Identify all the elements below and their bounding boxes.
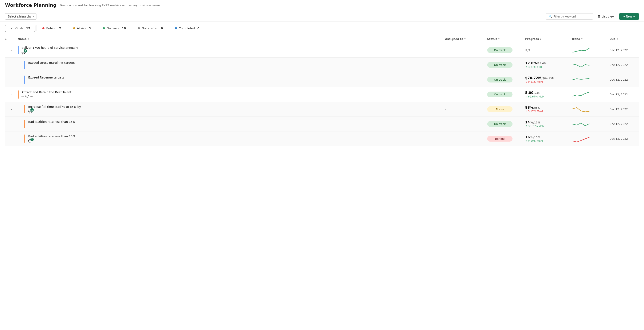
new-button[interactable]: + New ▾: [619, 13, 639, 20]
row1-name-col: deliver 1700 hours of service annually 💬…: [18, 46, 445, 54]
row7-comment-count: 2: [30, 138, 34, 141]
row5-expand-button[interactable]: ›: [10, 107, 13, 112]
row3-status: On track: [487, 77, 525, 83]
hierarchy-select-button[interactable]: Select a hierarchy ▾: [5, 13, 36, 20]
row1-progress: 2/2: [525, 48, 572, 52]
row5-indicator: [24, 105, 25, 113]
row2-due: Dec 12, 2022: [610, 63, 639, 66]
completed-stat[interactable]: Completed 0: [170, 25, 204, 32]
row4-status: On track: [487, 92, 525, 97]
row7-trend: [572, 135, 610, 143]
table-row: Exceed Revenue targets On track $70.72M/…: [5, 72, 639, 87]
col-name-header[interactable]: Name ∨: [18, 37, 445, 41]
behind-count: 2: [59, 27, 61, 30]
ontrack-stat[interactable]: On track 10: [98, 25, 131, 32]
behind-label: Behind: [46, 27, 56, 30]
stats-bar: ✓ Goals 15 Behind 2 At risk 3 On track 1…: [0, 22, 644, 35]
row5-progress-sub: ↓ 3.17% MoM: [525, 110, 572, 113]
row7-status: Behind: [487, 136, 525, 141]
expand-all-icon[interactable]: »: [5, 37, 7, 41]
row4-due: Dec 12, 2022: [610, 93, 639, 96]
completed-label: Completed: [179, 27, 195, 30]
row3-progress-target: /$64.25M: [542, 77, 554, 80]
atrisk-stat[interactable]: At risk 3: [68, 25, 96, 32]
row4-progress-sub: ↑ 66.67% MoM: [525, 95, 572, 98]
row7-status-badge: Behind: [487, 136, 512, 141]
progress-sort-icon: ∨: [540, 38, 541, 40]
row6-progress: 14%/15% ↑ 35.78% MoM: [525, 120, 572, 128]
row6-name: Bad attrition rate less than 15%: [28, 120, 76, 124]
row4-indicator: [18, 90, 18, 99]
row1-collapse-button[interactable]: ∨: [10, 48, 13, 53]
row5-sparkline: [572, 105, 592, 113]
notstarted-label: Not started: [142, 27, 158, 30]
row2-indicator: [24, 61, 25, 69]
col-trend-header[interactable]: Trend ∨: [572, 37, 610, 41]
row6-progress-main: 14%: [525, 120, 533, 124]
table-row: › Increase full time staff % to 85% by 💬…: [5, 102, 639, 117]
row3-indicator: [24, 76, 25, 84]
goals-count: 15: [26, 27, 30, 30]
row3-sparkline: [572, 76, 592, 84]
row3-trend: [572, 76, 610, 84]
row3-name-col: Exceed Revenue targets: [18, 76, 445, 84]
row5-status: At risk: [487, 106, 525, 112]
row4-progress-target: /5.00: [533, 91, 540, 95]
table-row: ∨ Attract and Retain the Best Talent ✏️ …: [5, 87, 639, 102]
row4-progress: 5.00/5.00 ↑ 66.67% MoM: [525, 91, 572, 98]
app-subtitle: Team scorecard for tracking FY23 metrics…: [60, 4, 160, 7]
col-due-header[interactable]: Due ∨: [610, 37, 639, 41]
row5-assigned: -: [445, 108, 487, 111]
col-status-header[interactable]: Status ∨: [487, 37, 525, 41]
row4-trend: [572, 90, 610, 99]
search-icon: 🔍: [548, 15, 552, 18]
row1-expand-col: ∨: [5, 48, 18, 53]
table-header: » Name ∨ Assigned to ∨ Status ∨ Progress…: [5, 35, 639, 43]
behind-stat[interactable]: Behind 2: [37, 25, 66, 32]
assigned-sort-icon: ∨: [464, 38, 466, 40]
row1-status-badge: On track: [487, 47, 512, 53]
behind-dot-icon: [42, 27, 44, 29]
divider-2: [67, 25, 67, 31]
due-sort-icon: ∨: [616, 38, 618, 40]
notstarted-dot-icon: [138, 27, 140, 29]
table-container: » Name ∨ Assigned to ∨ Status ∨ Progress…: [0, 35, 644, 146]
hierarchy-label: Select a hierarchy: [8, 15, 32, 18]
row6-trend: [572, 120, 610, 128]
row6-status-badge: On track: [487, 121, 512, 127]
search-container: 🔍: [546, 13, 593, 20]
notstarted-stat[interactable]: Not started 0: [133, 25, 168, 32]
col-progress-header[interactable]: Progress ∨: [525, 37, 572, 41]
row5-status-badge: At risk: [487, 106, 512, 112]
ontrack-count: 10: [122, 27, 126, 30]
table-row: ∨ deliver 1700 hours of service annually…: [5, 43, 639, 58]
row4-progress-main: 5.00: [525, 91, 533, 95]
hierarchy-chevron-icon: ▾: [33, 16, 34, 18]
list-view-button[interactable]: ☰ List view: [596, 14, 616, 20]
row7-comment-badge[interactable]: 💬 2: [28, 139, 32, 143]
row2-progress-main: 17.0%: [525, 61, 537, 65]
col-assigned-header[interactable]: Assigned to ∨: [445, 37, 487, 41]
table-row: Bad attrition rate less than 15% On trac…: [5, 117, 639, 131]
list-view-icon: ☰: [598, 15, 600, 18]
row3-progress: $70.72M/$64.25M ↓ 9.51% MoM: [525, 76, 572, 83]
comment-icon[interactable]: 💬: [25, 95, 29, 98]
row6-name-col: Bad attrition rate less than 15%: [18, 120, 445, 128]
row7-progress-target: /15%: [533, 136, 540, 139]
edit-icon[interactable]: ✏️: [22, 95, 24, 98]
search-input[interactable]: [554, 15, 590, 18]
row1-name: deliver 1700 hours of service annually: [22, 46, 78, 50]
row2-status-badge: On track: [487, 62, 512, 68]
goals-stat[interactable]: ✓ Goals 15: [5, 25, 36, 32]
more-icon[interactable]: ⋯: [30, 95, 33, 98]
row5-comment-badge[interactable]: 💬 1: [28, 109, 32, 113]
row6-sparkline: [572, 120, 592, 128]
row7-progress: 16%/15% ↑ 9.99% MoM: [525, 135, 572, 142]
notstarted-count: 0: [161, 27, 163, 30]
row4-name-col: Attract and Retain the Best Talent ✏️ 💬 …: [18, 90, 445, 99]
row5-due: Dec 12, 2022: [610, 108, 639, 111]
row1-comment-badge[interactable]: 💬 2: [22, 50, 26, 54]
row1-due: Dec 12, 2022: [610, 49, 639, 52]
toolbar: Select a hierarchy ▾ 🔍 ☰ List view + New…: [0, 12, 644, 22]
row4-collapse-button[interactable]: ∨: [10, 92, 13, 97]
